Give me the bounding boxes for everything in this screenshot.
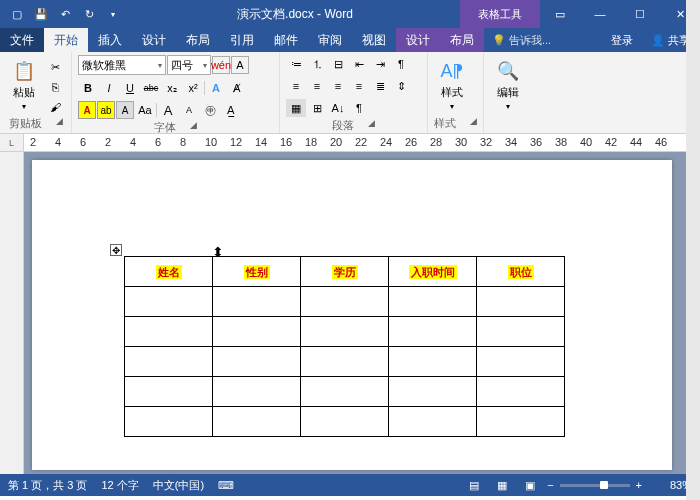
web-layout-icon[interactable]: ▣ xyxy=(519,476,541,494)
table-header-cell[interactable]: 职位 xyxy=(477,257,565,287)
line-spacing-button[interactable]: ⇕ xyxy=(391,77,411,95)
font-size-combo[interactable]: 四号▾ xyxy=(167,55,211,75)
paste-button[interactable]: 📋 粘贴 ▾ xyxy=(6,54,42,116)
table-header-cell[interactable]: 入职时间 xyxy=(389,257,477,287)
phonetic-guide-button[interactable]: wén xyxy=(212,56,230,74)
tab-table-design[interactable]: 设计 xyxy=(396,28,440,52)
shading-button[interactable]: ▦ xyxy=(286,99,306,117)
sort-button[interactable]: A↓ xyxy=(328,99,348,117)
table-cell[interactable] xyxy=(125,287,213,317)
tab-table-layout[interactable]: 布局 xyxy=(440,28,484,52)
cut-icon[interactable]: ✂ xyxy=(45,58,65,76)
strike-button[interactable]: abc xyxy=(141,79,161,97)
shrink-font-button[interactable]: A xyxy=(179,101,199,119)
table-header-cell[interactable]: 姓名 xyxy=(125,257,213,287)
undo-icon[interactable]: ↶ xyxy=(54,3,76,25)
font-launcher-icon[interactable]: ◢ xyxy=(190,120,197,135)
tab-design[interactable]: 设计 xyxy=(132,28,176,52)
decrease-indent-button[interactable]: ⇤ xyxy=(349,55,369,73)
table-cell[interactable] xyxy=(477,377,565,407)
enclose-char-button[interactable]: ㊥ xyxy=(200,101,220,119)
table-cell[interactable] xyxy=(301,377,389,407)
page-count[interactable]: 第 1 页，共 3 页 xyxy=(8,478,87,493)
table-cell[interactable] xyxy=(125,377,213,407)
tab-layout[interactable]: 布局 xyxy=(176,28,220,52)
tab-mailings[interactable]: 邮件 xyxy=(264,28,308,52)
table-header-cell[interactable]: 性别 xyxy=(213,257,301,287)
table-cell[interactable] xyxy=(301,287,389,317)
highlight-button[interactable]: ab xyxy=(97,101,115,119)
borders-button[interactable]: ⊞ xyxy=(307,99,327,117)
table-move-handle-icon[interactable]: ✥ xyxy=(110,244,122,256)
table-cell[interactable] xyxy=(389,287,477,317)
table-cell[interactable] xyxy=(477,407,565,437)
table-cell[interactable] xyxy=(213,377,301,407)
table-cell[interactable] xyxy=(477,347,565,377)
table-cell[interactable] xyxy=(389,317,477,347)
table-cell[interactable] xyxy=(213,317,301,347)
show-marks-button[interactable]: ¶ xyxy=(349,99,369,117)
format-painter-icon[interactable]: 🖌 xyxy=(45,98,65,116)
word-icon[interactable]: ▢ xyxy=(6,3,28,25)
superscript-button[interactable]: x² xyxy=(183,79,203,97)
redo-icon[interactable]: ↻ xyxy=(78,3,100,25)
subscript-button[interactable]: x₂ xyxy=(162,79,182,97)
minimize-icon[interactable]: — xyxy=(580,0,620,28)
align-left-button[interactable]: ≡ xyxy=(286,77,306,95)
align-center-button[interactable]: ≡ xyxy=(307,77,327,95)
distribute-button[interactable]: ≣ xyxy=(370,77,390,95)
copy-icon[interactable]: ⎘ xyxy=(45,78,65,96)
table-cell[interactable] xyxy=(301,407,389,437)
tab-references[interactable]: 引用 xyxy=(220,28,264,52)
tab-home[interactable]: 开始 xyxy=(44,28,88,52)
align-right-button[interactable]: ≡ xyxy=(328,77,348,95)
qat-more-icon[interactable]: ▾ xyxy=(102,3,124,25)
save-icon[interactable]: 💾 xyxy=(30,3,52,25)
table-cell[interactable] xyxy=(477,287,565,317)
editing-button[interactable]: 🔍 编辑 ▾ xyxy=(490,54,526,116)
table-cell[interactable] xyxy=(389,407,477,437)
change-case-button[interactable]: Aa xyxy=(135,101,155,119)
justify-button[interactable]: ≡ xyxy=(349,77,369,95)
tab-file[interactable]: 文件 xyxy=(0,28,44,52)
tab-review[interactable]: 审阅 xyxy=(308,28,352,52)
ribbon-options-icon[interactable]: ▭ xyxy=(540,0,580,28)
numbering-button[interactable]: ⒈ xyxy=(307,55,327,73)
document-page[interactable]: ✥ ⬍ 姓名性别学历入职时间职位 xyxy=(32,160,672,470)
styles-launcher-icon[interactable]: ◢ xyxy=(470,116,477,131)
font-color-button[interactable]: A xyxy=(78,101,96,119)
italic-button[interactable]: I xyxy=(99,79,119,97)
print-layout-icon[interactable]: ▦ xyxy=(491,476,513,494)
table-cell[interactable] xyxy=(213,287,301,317)
table-cell[interactable] xyxy=(125,317,213,347)
horizontal-ruler[interactable]: L 24624681012141618202224262830323436384… xyxy=(0,134,700,152)
grow-font-button[interactable]: A xyxy=(158,101,178,119)
char-border-button[interactable]: A xyxy=(231,56,249,74)
read-mode-icon[interactable]: ▤ xyxy=(463,476,485,494)
table-cell[interactable] xyxy=(477,317,565,347)
tell-me[interactable]: 💡告诉我... xyxy=(492,33,551,48)
bullets-button[interactable]: ≔ xyxy=(286,55,306,73)
table-cell[interactable] xyxy=(125,407,213,437)
char-scale-button[interactable]: A̲ xyxy=(221,101,241,119)
table-cell[interactable] xyxy=(301,347,389,377)
table-cell[interactable] xyxy=(301,317,389,347)
document-table[interactable]: 姓名性别学历入职时间职位 xyxy=(124,256,565,437)
char-shading-button[interactable]: A xyxy=(116,101,134,119)
input-mode-icon[interactable]: ⌨ xyxy=(218,479,234,492)
zoom-out-icon[interactable]: − xyxy=(547,479,553,491)
table-cell[interactable] xyxy=(389,377,477,407)
paragraph-launcher-icon[interactable]: ◢ xyxy=(368,118,375,133)
word-count[interactable]: 12 个字 xyxy=(101,478,138,493)
login-button[interactable]: 登录 xyxy=(603,33,641,48)
zoom-slider[interactable] xyxy=(560,484,630,487)
language[interactable]: 中文(中国) xyxy=(153,478,204,493)
table-cell[interactable] xyxy=(389,347,477,377)
styles-button[interactable]: A⁋ 样式 ▾ xyxy=(434,54,470,116)
bold-button[interactable]: B xyxy=(78,79,98,97)
underline-button[interactable]: U xyxy=(120,79,140,97)
table-cell[interactable] xyxy=(213,407,301,437)
table-cell[interactable] xyxy=(213,347,301,377)
clear-format-button[interactable]: A̸ xyxy=(227,79,247,97)
tab-insert[interactable]: 插入 xyxy=(88,28,132,52)
